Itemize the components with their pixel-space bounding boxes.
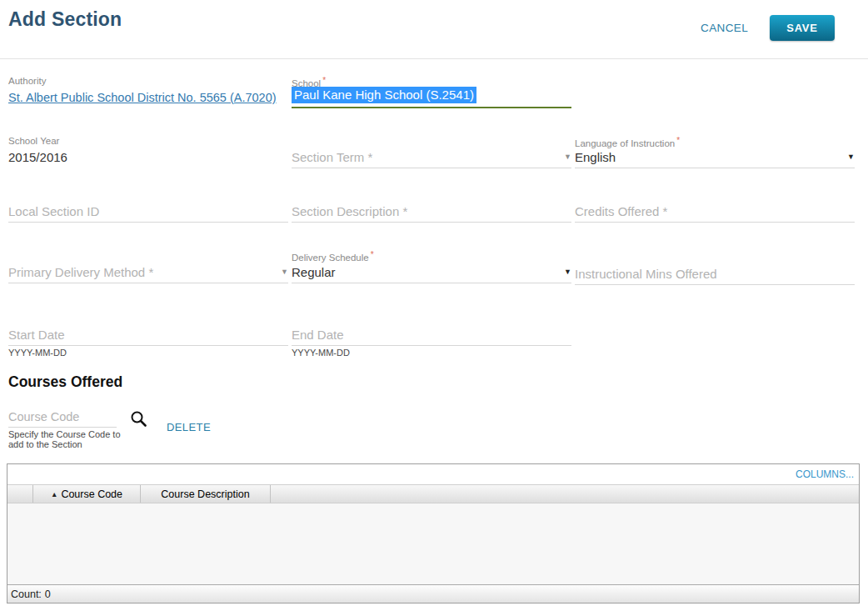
chevron-down-icon: ▼	[847, 153, 855, 161]
school-year-value: 2015/2016	[8, 150, 67, 164]
instructional-mins-offered-input[interactable]	[575, 265, 855, 285]
cancel-button[interactable]: CANCEL	[701, 22, 748, 34]
add-section-page: Add Section CANCEL SAVE Authority St. Al…	[0, 0, 868, 616]
language-of-instruction-select[interactable]: English ▼	[575, 150, 855, 168]
chevron-down-icon: ▼	[564, 268, 571, 276]
school-field-selected-text: Paul Kane High School (S.2541)	[292, 87, 476, 103]
chevron-down-icon: ▼	[281, 268, 288, 276]
search-icon[interactable]	[130, 410, 147, 430]
columns-button[interactable]: COLUMNS...	[796, 468, 854, 480]
end-date-input[interactable]	[292, 326, 571, 346]
start-date-input[interactable]	[8, 326, 288, 346]
delivery-schedule-select[interactable]: Regular ▼	[292, 265, 571, 283]
grid-header-course-description[interactable]: Course Description	[141, 485, 271, 503]
page-title: Add Section	[8, 8, 122, 31]
delivery-schedule-value: Regular	[292, 265, 336, 279]
school-year-label: School Year	[8, 136, 59, 146]
primary-delivery-method-select[interactable]: Primary Delivery Method * ▼	[8, 265, 288, 283]
course-code-input[interactable]	[8, 408, 117, 428]
local-section-id-input[interactable]	[8, 203, 288, 223]
courses-offered-heading: Courses Offered	[8, 373, 122, 391]
language-of-instruction-label: Language of Instruction*	[575, 136, 680, 148]
grid-footer: Count: 0	[7, 584, 859, 603]
grid-count-value: 0	[45, 588, 51, 600]
save-button[interactable]: SAVE	[770, 15, 835, 41]
grid-header-row: ▲ Course Code Course Description	[7, 485, 859, 503]
grid-body-empty	[7, 503, 859, 584]
authority-link[interactable]: St. Albert Public School District No. 55…	[8, 91, 277, 104]
required-asterisk: *	[371, 250, 374, 259]
authority-label: Authority	[8, 76, 46, 86]
chevron-down-icon: ▼	[564, 153, 571, 161]
language-of-instruction-value: English	[575, 150, 616, 164]
start-date-format-hint: YYYY-MM-DD	[8, 348, 67, 358]
grid-header-course-code[interactable]: ▲ Course Code	[33, 485, 141, 503]
end-date-format-hint: YYYY-MM-DD	[292, 348, 350, 358]
grid-count-label: Count:	[11, 588, 42, 600]
required-asterisk: *	[322, 76, 326, 85]
course-code-hint: Specify the Course Code to add to the Se…	[8, 430, 125, 449]
courses-grid: COLUMNS... ▲ Course Code Course Descript…	[7, 463, 860, 603]
grid-select-column-header[interactable]	[7, 485, 33, 503]
section-description-input[interactable]	[292, 203, 571, 223]
required-asterisk: *	[676, 136, 680, 145]
sort-ascending-icon: ▲	[51, 490, 57, 498]
delete-button[interactable]: DELETE	[167, 421, 211, 433]
section-term-placeholder: Section Term *	[292, 150, 372, 164]
primary-delivery-method-placeholder: Primary Delivery Method *	[8, 265, 153, 279]
credits-offered-input[interactable]	[575, 203, 855, 223]
section-term-select[interactable]: Section Term * ▼	[292, 150, 571, 168]
header-divider	[0, 58, 868, 59]
grid-toolbar: COLUMNS...	[7, 464, 859, 485]
school-field[interactable]: Paul Kane High School (S.2541)	[292, 88, 571, 108]
delivery-schedule-label: Delivery Schedule*	[292, 250, 374, 263]
